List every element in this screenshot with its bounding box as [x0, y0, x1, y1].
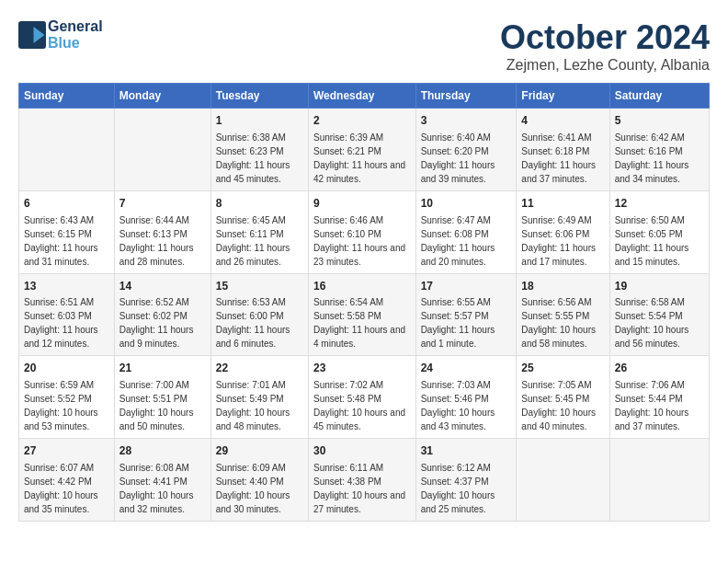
calendar-cell: 31Sunrise: 6:12 AM Sunset: 4:37 PM Dayli… [415, 439, 517, 522]
calendar-cell: 12Sunrise: 6:50 AM Sunset: 6:05 PM Dayli… [609, 190, 709, 273]
cell-info: Sunrise: 6:42 AM Sunset: 6:16 PM Dayligh… [615, 131, 704, 186]
cell-info: Sunrise: 6:56 AM Sunset: 5:55 PM Dayligh… [521, 295, 604, 350]
calendar-cell: 24Sunrise: 7:03 AM Sunset: 5:46 PM Dayli… [415, 356, 517, 439]
calendar-cell: 22Sunrise: 7:01 AM Sunset: 5:49 PM Dayli… [210, 356, 308, 439]
week-row-4: 20Sunrise: 6:59 AM Sunset: 5:52 PM Dayli… [19, 356, 710, 439]
day-number: 27 [24, 443, 109, 459]
cell-info: Sunrise: 6:52 AM Sunset: 6:02 PM Dayligh… [119, 295, 206, 350]
day-number: 16 [313, 279, 411, 294]
cell-info: Sunrise: 7:02 AM Sunset: 5:48 PM Dayligh… [313, 378, 411, 433]
day-number: 7 [119, 196, 206, 212]
cell-info: Sunrise: 6:54 AM Sunset: 5:58 PM Dayligh… [313, 295, 411, 350]
calendar-cell [517, 439, 609, 522]
calendar-table: SundayMondayTuesdayWednesdayThursdayFrid… [18, 83, 710, 522]
title-block: October 2024 Zejmen, Lezhe County, Alban… [500, 18, 710, 74]
calendar-cell: 5Sunrise: 6:42 AM Sunset: 6:16 PM Daylig… [609, 109, 709, 191]
location: Zejmen, Lezhe County, Albania [500, 57, 710, 74]
calendar-cell: 15Sunrise: 6:53 AM Sunset: 6:00 PM Dayli… [210, 273, 308, 356]
calendar-cell [609, 439, 709, 522]
day-header-tuesday: Tuesday [210, 84, 308, 109]
calendar-cell: 11Sunrise: 6:49 AM Sunset: 6:06 PM Dayli… [517, 190, 609, 273]
day-number: 15 [216, 279, 303, 294]
day-number: 10 [421, 196, 512, 212]
calendar-cell [19, 109, 115, 191]
logo: General Blue [18, 18, 103, 52]
cell-info: Sunrise: 6:58 AM Sunset: 5:54 PM Dayligh… [615, 295, 704, 350]
calendar-cell: 6Sunrise: 6:43 AM Sunset: 6:15 PM Daylig… [19, 190, 115, 273]
calendar-cell: 2Sunrise: 6:39 AM Sunset: 6:21 PM Daylig… [308, 109, 415, 191]
cell-info: Sunrise: 6:08 AM Sunset: 4:41 PM Dayligh… [119, 461, 206, 516]
cell-info: Sunrise: 7:00 AM Sunset: 5:51 PM Dayligh… [119, 378, 206, 433]
calendar-cell: 7Sunrise: 6:44 AM Sunset: 6:13 PM Daylig… [114, 190, 210, 273]
calendar-cell [114, 109, 210, 191]
cell-info: Sunrise: 6:40 AM Sunset: 6:20 PM Dayligh… [421, 131, 512, 186]
cell-info: Sunrise: 6:53 AM Sunset: 6:00 PM Dayligh… [216, 295, 303, 350]
day-number: 23 [313, 361, 411, 376]
cell-info: Sunrise: 6:12 AM Sunset: 4:37 PM Dayligh… [421, 461, 512, 516]
cell-info: Sunrise: 6:47 AM Sunset: 6:08 PM Dayligh… [421, 213, 512, 269]
cell-info: Sunrise: 7:05 AM Sunset: 5:45 PM Dayligh… [521, 378, 604, 433]
day-number: 22 [216, 361, 303, 376]
day-header-saturday: Saturday [609, 84, 709, 109]
day-number: 17 [421, 279, 512, 294]
calendar-cell: 1Sunrise: 6:38 AM Sunset: 6:23 PM Daylig… [210, 109, 308, 191]
month-title: October 2024 [500, 18, 710, 57]
calendar-cell: 28Sunrise: 6:08 AM Sunset: 4:41 PM Dayli… [114, 439, 210, 522]
day-number: 18 [521, 279, 604, 294]
calendar-cell: 8Sunrise: 6:45 AM Sunset: 6:11 PM Daylig… [210, 190, 308, 273]
day-number: 19 [615, 279, 704, 294]
week-row-2: 6Sunrise: 6:43 AM Sunset: 6:15 PM Daylig… [19, 190, 710, 273]
cell-info: Sunrise: 6:46 AM Sunset: 6:10 PM Dayligh… [313, 213, 411, 269]
day-header-wednesday: Wednesday [308, 84, 415, 109]
cell-info: Sunrise: 7:03 AM Sunset: 5:46 PM Dayligh… [421, 378, 512, 433]
cell-info: Sunrise: 6:49 AM Sunset: 6:06 PM Dayligh… [521, 213, 604, 269]
calendar-cell: 23Sunrise: 7:02 AM Sunset: 5:48 PM Dayli… [308, 356, 415, 439]
calendar-cell: 3Sunrise: 6:40 AM Sunset: 6:20 PM Daylig… [415, 109, 517, 191]
cell-info: Sunrise: 6:09 AM Sunset: 4:40 PM Dayligh… [216, 461, 303, 516]
day-number: 11 [521, 196, 604, 212]
calendar-cell: 18Sunrise: 6:56 AM Sunset: 5:55 PM Dayli… [517, 273, 609, 356]
calendar-cell: 14Sunrise: 6:52 AM Sunset: 6:02 PM Dayli… [114, 273, 210, 356]
calendar-cell: 29Sunrise: 6:09 AM Sunset: 4:40 PM Dayli… [210, 439, 308, 522]
cell-info: Sunrise: 6:11 AM Sunset: 4:38 PM Dayligh… [313, 461, 411, 516]
calendar-cell: 13Sunrise: 6:51 AM Sunset: 6:03 PM Dayli… [19, 273, 115, 356]
days-header-row: SundayMondayTuesdayWednesdayThursdayFrid… [19, 84, 710, 109]
cell-info: Sunrise: 6:51 AM Sunset: 6:03 PM Dayligh… [24, 295, 109, 350]
day-number: 26 [615, 361, 704, 376]
calendar-cell: 4Sunrise: 6:41 AM Sunset: 6:18 PM Daylig… [517, 109, 609, 191]
week-row-3: 13Sunrise: 6:51 AM Sunset: 6:03 PM Dayli… [19, 273, 710, 356]
cell-info: Sunrise: 6:07 AM Sunset: 4:42 PM Dayligh… [24, 461, 109, 516]
week-row-5: 27Sunrise: 6:07 AM Sunset: 4:42 PM Dayli… [19, 439, 710, 522]
cell-info: Sunrise: 6:50 AM Sunset: 6:05 PM Dayligh… [615, 213, 704, 269]
day-number: 31 [421, 443, 512, 459]
day-number: 6 [24, 196, 109, 212]
calendar-cell: 9Sunrise: 6:46 AM Sunset: 6:10 PM Daylig… [308, 190, 415, 273]
calendar-cell: 30Sunrise: 6:11 AM Sunset: 4:38 PM Dayli… [308, 439, 415, 522]
calendar-cell: 20Sunrise: 6:59 AM Sunset: 5:52 PM Dayli… [19, 356, 115, 439]
day-number: 5 [615, 113, 704, 129]
day-number: 3 [421, 113, 512, 129]
logo-icon [18, 21, 46, 49]
day-header-friday: Friday [517, 84, 609, 109]
cell-info: Sunrise: 6:41 AM Sunset: 6:18 PM Dayligh… [521, 131, 604, 186]
day-number: 4 [521, 113, 604, 129]
day-number: 29 [216, 443, 303, 459]
day-number: 13 [24, 279, 109, 294]
cell-info: Sunrise: 6:43 AM Sunset: 6:15 PM Dayligh… [24, 213, 109, 269]
day-number: 9 [313, 196, 411, 212]
day-number: 8 [216, 196, 303, 212]
day-number: 30 [313, 443, 411, 459]
cell-info: Sunrise: 6:59 AM Sunset: 5:52 PM Dayligh… [24, 378, 109, 433]
cell-info: Sunrise: 7:06 AM Sunset: 5:44 PM Dayligh… [615, 378, 704, 433]
cell-info: Sunrise: 6:45 AM Sunset: 6:11 PM Dayligh… [216, 213, 303, 269]
day-number: 25 [521, 361, 604, 376]
day-number: 24 [421, 361, 512, 376]
day-number: 2 [313, 113, 411, 129]
day-header-thursday: Thursday [415, 84, 517, 109]
day-number: 28 [119, 443, 206, 459]
calendar-cell: 25Sunrise: 7:05 AM Sunset: 5:45 PM Dayli… [517, 356, 609, 439]
day-header-monday: Monday [114, 84, 210, 109]
cell-info: Sunrise: 6:55 AM Sunset: 5:57 PM Dayligh… [421, 295, 512, 350]
day-number: 21 [119, 361, 206, 376]
calendar-cell: 16Sunrise: 6:54 AM Sunset: 5:58 PM Dayli… [308, 273, 415, 356]
